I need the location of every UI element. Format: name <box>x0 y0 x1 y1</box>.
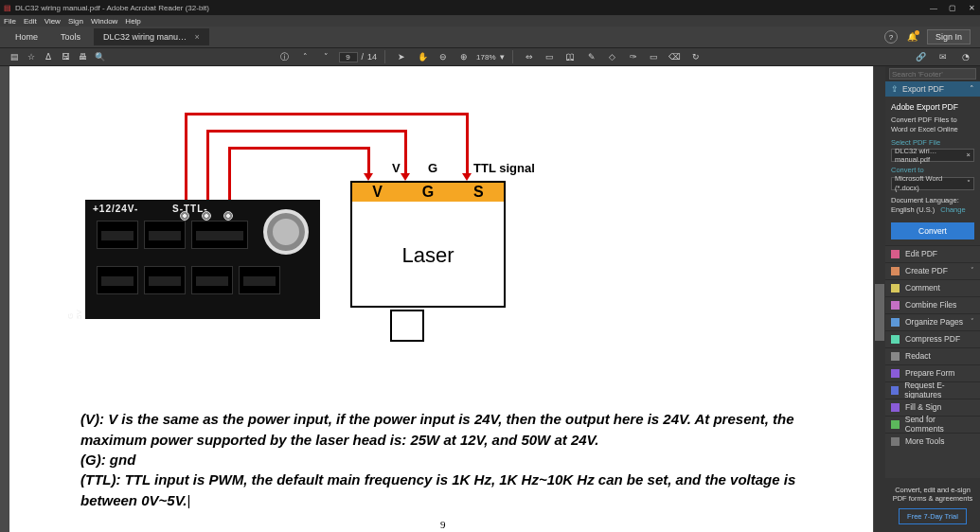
tool-send-comments[interactable]: Send for Comments <box>885 416 980 433</box>
page-sep: / <box>362 52 365 62</box>
hand-tool-icon[interactable]: ✋ <box>416 52 429 62</box>
convert-to-select[interactable]: Microsoft Word (*.docx) ˅ <box>891 177 974 190</box>
edit-pdf-icon <box>891 250 900 258</box>
share-icon[interactable]: ᐃ <box>42 52 55 62</box>
page-number-input[interactable]: 9 <box>339 52 358 62</box>
compress-pdf-icon <box>891 335 900 344</box>
promo-text: Convert, edit and e-sign PDF forms & agr… <box>891 486 974 503</box>
fit-width-icon[interactable]: ⇔ <box>523 52 536 62</box>
vertical-scrollbar[interactable] <box>874 66 885 532</box>
menubar: File Edit View Sign Window Help <box>0 15 980 27</box>
highlight-icon[interactable]: ◇ <box>606 52 619 62</box>
tool-edit-pdf[interactable]: Edit PDF <box>885 245 980 262</box>
star-icon[interactable]: ☆ <box>25 52 38 62</box>
chevron-down-icon: ˅ <box>971 318 974 326</box>
label-ttl: TTL signal <box>473 161 535 175</box>
document-viewport[interactable]: V G TTL signal <box>0 66 885 532</box>
page-footer-number: 9 <box>440 519 446 530</box>
tool-more[interactable]: More Tools <box>885 433 980 450</box>
selected-file-name: DLC32 wiri…manual.pdf <box>895 147 967 166</box>
prepare-form-icon <box>891 369 900 378</box>
tool-organize[interactable]: Organize Pages˅ <box>885 313 980 330</box>
menu-window[interactable]: Window <box>91 17 117 26</box>
arrow-down-icon <box>364 173 373 181</box>
bell-icon[interactable]: 🔔 <box>907 32 918 42</box>
redact-icon <box>891 352 900 361</box>
save-icon[interactable]: 🖫 <box>59 52 72 62</box>
window-maximize-button[interactable]: ▢ <box>948 4 957 12</box>
tool-compress[interactable]: Compress PDF <box>885 330 980 347</box>
label-v: V <box>392 161 401 175</box>
search-icon[interactable]: 🔍 <box>93 52 106 62</box>
tab-row: Home Tools DLC32 wiring manu… × ? 🔔 Sign… <box>0 27 980 47</box>
send-comments-icon <box>891 420 900 429</box>
selected-file-box[interactable]: DLC32 wiri…manual.pdf × <box>891 149 974 162</box>
attach-icon[interactable]: ↻ <box>689 52 703 62</box>
doc-language-label: Document Language: <box>891 196 974 205</box>
erase-icon[interactable]: ⌫ <box>668 52 682 62</box>
controller-pcb: +12/24V- S-TTL- G 5V <box>85 200 320 319</box>
page-down-arrow-icon[interactable]: ˅ <box>320 52 333 62</box>
tool-combine[interactable]: Combine Files <box>885 296 980 313</box>
tool-redact[interactable]: Redact <box>885 347 980 364</box>
window-title: DLC32 wiring manual.pdf - Adobe Acrobat … <box>15 4 209 12</box>
help-hint-icon[interactable]: ? <box>884 30 898 44</box>
request-signatures-icon <box>891 386 899 395</box>
tab-document-label: DLC32 wiring manu… <box>103 32 187 42</box>
select-tool-icon[interactable]: ➤ <box>395 52 408 62</box>
menu-sign[interactable]: Sign <box>68 17 83 26</box>
doc-language-change-link[interactable]: Change <box>940 205 965 214</box>
annotate-icon[interactable]: ✎ <box>585 52 598 62</box>
mounting-hole <box>263 209 309 255</box>
email-icon[interactable]: ✉ <box>936 52 950 62</box>
window-minimize-button[interactable]: — <box>929 4 938 12</box>
organize-pages-icon <box>891 318 900 327</box>
export-pdf-accordion-header[interactable]: ⇪ Export PDF ˄ <box>885 81 980 97</box>
page-up-arrow-icon[interactable]: ˄ <box>299 52 312 62</box>
account-icon[interactable]: ◔ <box>959 52 972 62</box>
fit-page-icon[interactable]: ▭ <box>543 52 557 62</box>
zoom-caret-icon[interactable]: ▾ <box>500 52 505 62</box>
chevron-down-icon: ˅ <box>971 267 974 275</box>
pin-s-label: S <box>454 183 504 202</box>
page-up-icon[interactable]: ⓘ <box>278 51 292 63</box>
window-close-button[interactable]: ✕ <box>967 4 976 12</box>
doc-language-value: English (U.S.) <box>891 205 935 214</box>
menu-help[interactable]: Help <box>125 17 140 26</box>
tool-request-sign[interactable]: Request E-signatures <box>885 381 980 399</box>
free-trial-button[interactable]: Free 7-Day Trial <box>899 508 967 524</box>
menu-view[interactable]: View <box>45 17 61 26</box>
menu-edit[interactable]: Edit <box>24 17 37 26</box>
tool-fill-sign[interactable]: Fill & Sign <box>885 399 980 416</box>
pin-g-label: G <box>402 183 453 202</box>
convert-button[interactable]: Convert <box>891 222 974 239</box>
selected-file-clear-icon[interactable]: × <box>967 151 971 160</box>
read-aloud-icon[interactable]: 🕮 <box>564 52 578 62</box>
sign-icon[interactable]: ✑ <box>627 52 640 62</box>
stamp-icon[interactable]: ▭ <box>648 52 661 62</box>
page-total: 14 <box>367 52 377 62</box>
tab-home[interactable]: Home <box>6 28 47 45</box>
doc-paragraph-ttl: (TTL): TTL input is PWM, the default mai… <box>80 470 810 511</box>
zoom-value[interactable]: 178% <box>476 53 495 62</box>
tool-comment[interactable]: Comment <box>885 279 980 296</box>
tab-close-button[interactable]: × <box>195 32 200 42</box>
doc-paragraph-g: (G): gnd <box>80 450 135 470</box>
tools-search-input[interactable] <box>889 68 976 80</box>
zoom-in-icon[interactable]: ⊕ <box>457 52 471 62</box>
menu-file[interactable]: File <box>4 17 16 26</box>
tab-document[interactable]: DLC32 wiring manu… × <box>94 28 209 45</box>
silk-12-24v: +12/24V- <box>93 204 138 214</box>
zoom-out-icon[interactable]: ⊖ <box>437 52 450 62</box>
create-pdf-icon <box>891 267 900 275</box>
share-link-icon[interactable]: 🔗 <box>914 52 927 62</box>
tool-prepare-form[interactable]: Prepare Form <box>885 364 980 381</box>
tab-tools[interactable]: Tools <box>51 28 90 45</box>
scrollbar-thumb[interactable] <box>875 284 884 341</box>
tool-create-pdf[interactable]: Create PDF˅ <box>885 262 980 279</box>
pdf-file-icon: ▤ <box>4 4 11 12</box>
export-title: Adobe Export PDF <box>891 102 974 113</box>
print-icon[interactable]: 🖶 <box>76 52 89 62</box>
sidebar-toggle-icon[interactable]: ▤ <box>8 52 21 62</box>
sign-in-button[interactable]: Sign In <box>927 29 971 44</box>
